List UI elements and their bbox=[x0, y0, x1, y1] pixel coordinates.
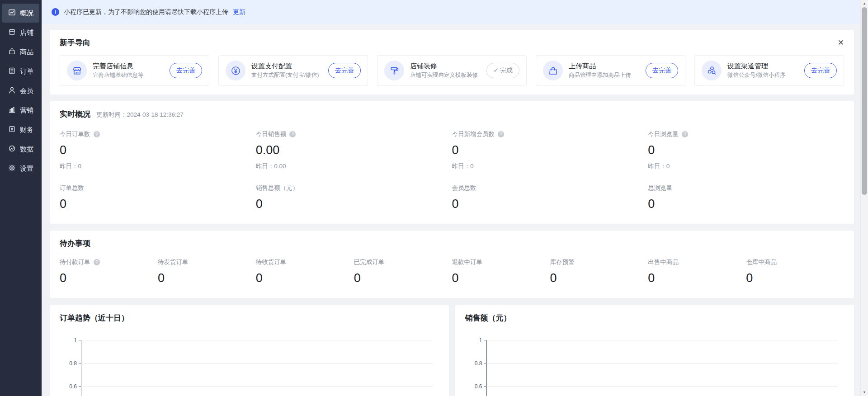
guide-item-title: 上传商品 bbox=[569, 62, 596, 70]
sidebar-item-label: 设置 bbox=[20, 165, 33, 173]
data-icon bbox=[8, 145, 16, 154]
stat-total-sales: 销售总额（元） 0 bbox=[256, 184, 452, 211]
y-tick-label: 1 bbox=[74, 337, 77, 344]
store-icon bbox=[67, 61, 87, 80]
sidebar-item-member[interactable]: 会员 bbox=[2, 81, 39, 100]
stat-today-new-members: 今日新增会员数? 0 昨日：0 bbox=[452, 130, 648, 170]
go-complete-button[interactable]: 去完善 bbox=[646, 63, 678, 78]
y-tick-label: 1 bbox=[479, 337, 482, 344]
update-time: 更新时间：2024-03-18 12:36:27 bbox=[96, 111, 184, 119]
app-window: 概况 店铺 商品 订单 会员 营销 财务 数据 bbox=[0, 0, 868, 396]
sidebar-item-marketing[interactable]: 营销 bbox=[2, 101, 39, 120]
sidebar-item-label: 商品 bbox=[20, 48, 33, 57]
todo-value: 0 bbox=[354, 271, 452, 285]
guide-item-channel-manage: 设置渠道管理 微信公众号/微信小程序 去完善 bbox=[694, 55, 844, 86]
order-trend-title: 订单趋势（近十日） bbox=[60, 313, 439, 323]
order-trend-chart-card: 订单趋势（近十日） 1 0.8 0.6 0.4 bbox=[50, 305, 449, 396]
marketing-icon bbox=[8, 106, 16, 115]
todo-value: 0 bbox=[648, 271, 746, 285]
todo-value: 0 bbox=[256, 271, 354, 285]
done-button[interactable]: ✓完成 bbox=[486, 63, 519, 78]
go-complete-button[interactable]: 去完善 bbox=[170, 63, 202, 78]
sidebar-item-label: 概况 bbox=[20, 9, 33, 18]
order-trend-plot: 1 0.8 0.6 0.4 bbox=[81, 340, 433, 396]
y-tick-label: 0.8 bbox=[475, 360, 482, 367]
notice-update-link[interactable]: 更新 bbox=[233, 8, 245, 16]
stat-total-members: 会员总数 0 bbox=[452, 184, 648, 211]
todo-on-sale-goods: 出售中商品 0 bbox=[648, 258, 746, 285]
overview-icon bbox=[8, 9, 16, 18]
stat-yesterday: 昨日：0 bbox=[452, 162, 648, 170]
todo-value: 0 bbox=[452, 271, 550, 285]
todo-value: 0 bbox=[158, 271, 256, 285]
todo-completed-orders: 已完成订单 0 bbox=[354, 258, 452, 285]
todo-pending-payment: 待付款订单? 0 bbox=[60, 258, 158, 285]
sidebar-item-shop[interactable]: 店铺 bbox=[2, 23, 39, 42]
order-icon bbox=[8, 67, 16, 76]
go-complete-button[interactable]: 去完善 bbox=[804, 63, 837, 78]
help-icon[interactable]: ? bbox=[94, 131, 100, 137]
close-icon[interactable]: ✕ bbox=[838, 39, 844, 47]
todo-value: 0 bbox=[60, 271, 158, 285]
sidebar-item-label: 订单 bbox=[20, 67, 33, 76]
stat-value: 0 bbox=[452, 197, 648, 211]
scrollbar-thumb[interactable] bbox=[862, 7, 867, 195]
channel-icon bbox=[702, 61, 722, 80]
stat-value: 0 bbox=[256, 197, 452, 211]
guide-item-title: 店铺装修 bbox=[410, 62, 437, 70]
realtime-title: 实时概况 bbox=[60, 109, 90, 119]
todo-pending-shipment: 待发货订单 0 bbox=[158, 258, 256, 285]
content-area: 新手导向 ✕ 完善店铺信息 完善店铺基础信息等 去完善 bbox=[42, 24, 860, 396]
stat-value: 0.00 bbox=[256, 143, 452, 157]
help-icon[interactable]: ? bbox=[289, 131, 296, 137]
todo-card: 待办事项 待付款订单? 0 待发货订单 0 待收货订单 0 bbox=[50, 231, 854, 298]
stat-today-pageviews: 今日浏览量? 0 昨日：0 bbox=[648, 130, 844, 170]
guide-item-subtitle: 支付方式配置(支付宝/微信) bbox=[251, 72, 319, 78]
guide-item-subtitle: 完善店铺基础信息等 bbox=[93, 72, 144, 78]
sidebar-item-overview[interactable]: 概况 bbox=[2, 4, 39, 23]
help-icon[interactable]: ? bbox=[498, 131, 504, 137]
guide-item-title: 设置渠道管理 bbox=[727, 62, 768, 70]
todo-refunding-orders: 退款中订单 0 bbox=[452, 258, 550, 285]
todo-pending-receipt: 待收货订单 0 bbox=[256, 258, 354, 285]
sidebar-item-settings[interactable]: 设置 bbox=[2, 159, 39, 178]
stat-total-orders: 订单总数 0 bbox=[60, 184, 256, 211]
sidebar-item-label: 店铺 bbox=[20, 28, 33, 37]
sidebar-item-goods[interactable]: 商品 bbox=[2, 42, 39, 61]
realtime-overview-card: 实时概况 更新时间：2024-03-18 12:36:27 今日订单数? 0 昨… bbox=[50, 101, 854, 224]
newbie-guide-card: 新手导向 ✕ 完善店铺信息 完善店铺基础信息等 去完善 bbox=[50, 30, 854, 94]
sidebar-item-data[interactable]: 数据 bbox=[2, 140, 39, 159]
guide-item-shop-decorate: 店铺装修 店铺可实现自定义模板装修 ✓完成 bbox=[377, 55, 527, 86]
scroll-up-icon[interactable]: ▲ bbox=[861, 2, 868, 5]
todo-title: 待办事项 bbox=[60, 238, 844, 249]
scroll-down-icon[interactable]: ▼ bbox=[861, 391, 868, 394]
sidebar-item-label: 数据 bbox=[20, 145, 33, 154]
help-icon[interactable]: ? bbox=[94, 259, 100, 265]
sidebar-item-order[interactable]: 订单 bbox=[2, 62, 39, 81]
member-icon bbox=[8, 86, 16, 95]
sidebar: 概况 店铺 商品 订单 会员 营销 财务 数据 bbox=[0, 0, 42, 396]
sidebar-item-label: 财务 bbox=[20, 126, 33, 134]
newbie-guide-title: 新手导向 bbox=[60, 38, 90, 48]
guide-item-subtitle: 店铺可实现自定义模板装修 bbox=[410, 72, 478, 78]
info-icon: ! bbox=[52, 8, 59, 16]
todo-value: 0 bbox=[550, 271, 648, 285]
guide-item-upload-goods: 上传商品 商品管理中添加商品上传 去完善 bbox=[536, 55, 685, 86]
guide-item-title: 完善店铺信息 bbox=[93, 62, 133, 70]
sidebar-item-label: 营销 bbox=[20, 106, 33, 115]
goods-icon bbox=[8, 47, 16, 57]
notice-text: 小程序已更新，为了不影响您的使用请尽快下载小程序上传 bbox=[64, 8, 228, 16]
check-icon: ✓ bbox=[493, 66, 499, 74]
todo-value: 0 bbox=[746, 271, 844, 285]
sidebar-item-finance[interactable]: 财务 bbox=[2, 120, 39, 139]
sales-amount-chart-card: 销售额（元） 1 0.8 0.6 0.4 bbox=[455, 305, 854, 396]
guide-item-subtitle: 商品管理中添加商品上传 bbox=[569, 72, 631, 78]
upload-goods-icon bbox=[543, 61, 563, 80]
stat-yesterday: 昨日：0 bbox=[60, 162, 256, 170]
go-complete-button[interactable]: 去完善 bbox=[328, 63, 361, 78]
notice-bar: ! 小程序已更新，为了不影响您的使用请尽快下载小程序上传 更新 bbox=[42, 0, 860, 24]
vertical-scrollbar[interactable]: ▲ ▼ bbox=[860, 0, 868, 396]
help-icon[interactable]: ? bbox=[682, 131, 688, 137]
y-axis bbox=[486, 340, 487, 396]
stat-value: 0 bbox=[648, 143, 844, 157]
